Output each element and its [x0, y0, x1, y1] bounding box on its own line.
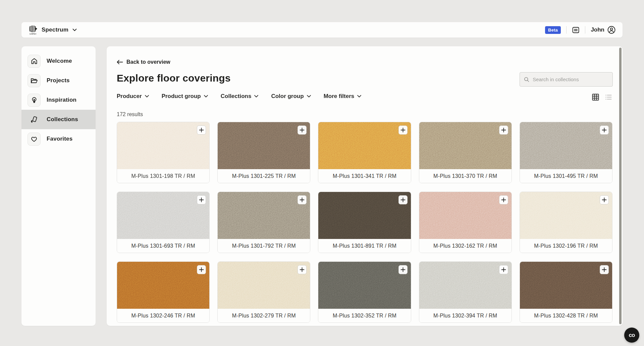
feedback-chat-icon[interactable]	[572, 26, 580, 34]
plus-icon	[300, 197, 305, 202]
view-toggles	[592, 93, 612, 101]
product-card[interactable]: M-Plus 1301-370 TR / RM	[419, 122, 512, 183]
brand-menu[interactable]: CARPEX Spectrum	[28, 24, 77, 35]
product-swatch-image	[318, 122, 411, 169]
sidebar-item-projects[interactable]: Projects	[21, 71, 96, 90]
search-box	[520, 72, 613, 87]
product-swatch-image	[520, 262, 612, 309]
carpet-texture	[218, 262, 310, 309]
product-label: M-Plus 1301-341 TR / RM	[318, 169, 411, 183]
list-view-icon[interactable]	[605, 93, 612, 101]
carpet-texture	[318, 262, 411, 309]
add-to-favorites-button[interactable]	[197, 126, 206, 135]
product-swatch-image	[117, 262, 209, 309]
main-panel: Back to overview Explore floor coverings…	[107, 46, 623, 326]
add-to-favorites-button[interactable]	[298, 126, 307, 135]
product-label: M-Plus 1301-198 TR / RM	[117, 169, 209, 183]
add-to-favorites-button[interactable]	[600, 126, 609, 135]
chevron-down-icon	[254, 95, 258, 98]
product-card[interactable]: M-Plus 1301-792 TR / RM	[217, 192, 310, 253]
product-swatch-image	[218, 262, 310, 309]
product-swatch-image	[318, 192, 411, 239]
product-card[interactable]: M-Plus 1302-352 TR / RM	[318, 261, 411, 323]
search-icon	[524, 77, 529, 83]
add-to-favorites-button[interactable]	[600, 265, 609, 274]
add-to-favorites-button[interactable]	[197, 265, 206, 274]
folder-icon	[28, 74, 41, 87]
add-to-favorites-button[interactable]	[197, 195, 206, 204]
product-card[interactable]: M-Plus 1302-394 TR / RM	[419, 261, 512, 323]
carpet-texture	[117, 262, 209, 309]
carpet-texture	[419, 122, 512, 169]
product-swatch-image	[218, 192, 310, 239]
product-card[interactable]: M-Plus 1302-279 TR / RM	[217, 261, 310, 323]
product-label: M-Plus 1302-246 TR / RM	[117, 309, 209, 323]
add-to-favorites-button[interactable]	[298, 195, 307, 204]
filter-producer[interactable]: Producer	[117, 93, 149, 100]
scrollbar-thumb[interactable]	[619, 48, 622, 324]
product-card[interactable]: M-Plus 1301-341 TR / RM	[318, 122, 411, 183]
svg-text:CARPEX: CARPEX	[30, 33, 37, 35]
product-card[interactable]: M-Plus 1302-428 TR / RM	[520, 261, 612, 323]
product-card[interactable]: M-Plus 1302-196 TR / RM	[520, 192, 612, 253]
product-card[interactable]: M-Plus 1302-246 TR / RM	[117, 261, 210, 323]
co-widget-button[interactable]: co	[624, 328, 639, 343]
sidebar-item-collections[interactable]: Collections	[21, 110, 96, 129]
add-to-favorites-button[interactable]	[398, 126, 408, 135]
product-label: M-Plus 1302-428 TR / RM	[520, 309, 612, 323]
product-card[interactable]: M-Plus 1301-495 TR / RM	[520, 122, 612, 183]
plus-icon	[602, 128, 607, 133]
plus-icon	[501, 267, 506, 272]
filter-color-group[interactable]: Color group	[271, 93, 311, 100]
grid-view-icon[interactable]	[592, 93, 599, 101]
product-swatch-image	[419, 192, 512, 239]
add-to-favorites-button[interactable]	[499, 265, 508, 274]
product-label: M-Plus 1302-279 TR / RM	[218, 309, 310, 323]
lightbulb-icon	[28, 94, 41, 107]
plus-icon	[199, 267, 204, 272]
add-to-favorites-button[interactable]	[398, 265, 408, 274]
product-label: M-Plus 1301-225 TR / RM	[218, 169, 310, 183]
chevron-down-icon	[307, 95, 311, 98]
add-to-favorites-button[interactable]	[600, 195, 609, 204]
product-swatch-image	[419, 122, 512, 169]
divider	[566, 26, 567, 34]
home-icon	[28, 55, 41, 68]
carpet-texture	[117, 122, 209, 169]
filter-collections[interactable]: Collections	[221, 93, 259, 100]
divider	[585, 26, 585, 34]
sidebar-item-welcome[interactable]: Welcome	[21, 51, 96, 71]
product-label: M-Plus 1302-162 TR / RM	[419, 239, 512, 253]
product-label: M-Plus 1302-352 TR / RM	[318, 309, 411, 323]
carpet-texture	[419, 262, 512, 309]
sidebar-item-inspiration[interactable]: Inspiration	[21, 90, 96, 110]
plus-icon	[400, 128, 406, 133]
carpet-texture	[520, 262, 612, 309]
add-to-favorites-button[interactable]	[499, 195, 508, 204]
product-card[interactable]: M-Plus 1301-198 TR / RM	[117, 122, 210, 183]
product-card[interactable]: M-Plus 1301-693 TR / RM	[117, 192, 210, 253]
carpex-logo-icon: CARPEX	[28, 24, 38, 35]
product-label: M-Plus 1301-495 TR / RM	[520, 169, 612, 183]
product-label: M-Plus 1302-394 TR / RM	[419, 309, 512, 323]
back-to-overview-link[interactable]: Back to overview	[117, 59, 170, 65]
product-card[interactable]: M-Plus 1301-225 TR / RM	[217, 122, 310, 183]
product-card[interactable]: M-Plus 1301-891 TR / RM	[318, 192, 411, 253]
user-menu[interactable]: John	[591, 26, 616, 34]
filter-more-filters[interactable]: More filters	[324, 93, 362, 100]
co-widget-label: co	[629, 332, 635, 339]
sidebar-item-favorites[interactable]: Favorites	[21, 129, 96, 149]
add-to-favorites-button[interactable]	[298, 265, 307, 274]
product-swatch-image	[520, 122, 612, 169]
product-card[interactable]: M-Plus 1302-162 TR / RM	[419, 192, 512, 253]
plus-icon	[300, 267, 305, 272]
plus-icon	[199, 197, 204, 202]
product-swatch-image	[117, 122, 209, 169]
add-to-favorites-button[interactable]	[398, 195, 408, 204]
search-input[interactable]	[533, 77, 608, 82]
add-to-favorites-button[interactable]	[499, 126, 508, 135]
chevron-down-icon	[357, 95, 361, 98]
product-swatch-image	[318, 262, 411, 309]
filter-product-group[interactable]: Product group	[162, 93, 208, 100]
product-swatch-image	[419, 262, 512, 309]
